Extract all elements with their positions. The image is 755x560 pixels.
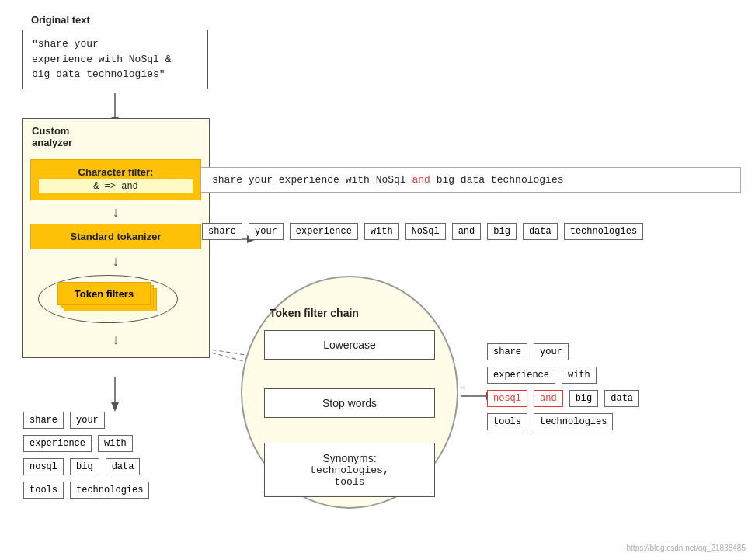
r-and: and xyxy=(534,390,563,407)
token-technologies: technologies xyxy=(564,223,643,240)
char-filter-box: Character filter: & => and xyxy=(30,159,201,200)
arrow-down-3: ↓ xyxy=(23,332,209,346)
output-tokens-right: share your experience with nosql and big… xyxy=(485,342,641,435)
original-text-content: "share yourexperience with NoSql &big da… xyxy=(32,38,171,80)
out-with: with xyxy=(98,435,133,452)
out-nosql: nosql xyxy=(23,458,64,475)
token-with: with xyxy=(364,223,399,240)
chain-label: Token filter chain xyxy=(270,307,359,319)
out-share: share xyxy=(23,412,64,429)
processed-text-box: share your experience with NoSql and big… xyxy=(200,167,741,193)
arrow-down-1: ↓ xyxy=(23,205,209,219)
custom-analyzer-label: Customanalyzer xyxy=(23,119,209,155)
original-text-box: "share yourexperience with NoSql &big da… xyxy=(22,30,208,89)
tokenized-row: share your experience with NoSql and big… xyxy=(200,221,645,242)
tokenizer-box: Standard tokanizer xyxy=(30,224,201,249)
right-row-2: experience with xyxy=(485,365,641,385)
token-filters-oval: Token filters xyxy=(38,275,178,323)
token-data: data xyxy=(523,223,558,240)
output-row-3: nosql big data xyxy=(22,457,151,477)
right-row-1: share your xyxy=(485,342,641,362)
arrow-down-2: ↓ xyxy=(23,254,209,268)
r-with: with xyxy=(562,367,597,384)
synonyms-detail: technologies,tools xyxy=(310,464,388,488)
output-row-4: tools technologies xyxy=(22,480,151,500)
out-experience: experience xyxy=(23,435,92,452)
token-share: share xyxy=(202,223,242,240)
r-data: data xyxy=(604,390,639,407)
token-filter-card-front: Token filters xyxy=(57,282,151,305)
r-share: share xyxy=(487,343,527,360)
token-filter-stack: Token filters xyxy=(57,282,158,316)
r-technologies: technologies xyxy=(534,413,613,430)
out-big: big xyxy=(70,458,99,475)
processed-text-content: share your experience with NoSql and big… xyxy=(212,174,564,186)
chain-box-stopwords: Stop words xyxy=(264,388,435,418)
token-filters-container: Token filters xyxy=(30,271,201,329)
token-experience: experience xyxy=(290,223,358,240)
out-your: your xyxy=(70,412,105,429)
output-tokens-left: share your experience with nosql big dat… xyxy=(22,410,151,503)
r-nosql: nosql xyxy=(487,390,527,407)
chain-box-synonyms: Synonyms: technologies,tools xyxy=(264,443,435,497)
custom-analyzer-box: Customanalyzer Character filter: & => an… xyxy=(22,118,210,358)
right-row-3: nosql and big data xyxy=(485,388,641,409)
output-row-2: experience with xyxy=(22,433,151,454)
r-your: your xyxy=(534,343,569,360)
chain-box-lowercase: Lowercase xyxy=(264,330,435,360)
right-row-4: tools technologies xyxy=(485,412,641,432)
token-and: and xyxy=(452,223,482,240)
token-nosql: NoSql xyxy=(405,223,446,240)
diagram: Original text "share yourexperience with… xyxy=(0,0,755,560)
out-technologies: technologies xyxy=(70,482,149,499)
watermark: https://blog.csdn.net/qq_21838485 xyxy=(627,544,746,552)
token-big: big xyxy=(487,223,517,240)
r-tools: tools xyxy=(487,413,527,430)
processed-text-highlight: and xyxy=(412,174,430,186)
token-your: your xyxy=(249,223,284,240)
out-tools: tools xyxy=(23,482,64,499)
r-experience: experience xyxy=(487,367,555,384)
synonyms-label: Synonyms: xyxy=(322,452,376,464)
output-row-1: share your xyxy=(22,410,151,430)
out-data: data xyxy=(106,458,141,475)
original-text-label: Original text xyxy=(31,14,90,26)
char-filter-rule: & => and xyxy=(39,179,193,193)
r-big: big xyxy=(569,390,599,407)
